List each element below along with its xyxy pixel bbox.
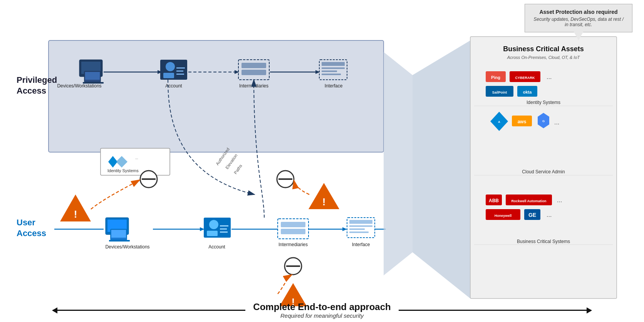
user-intermediaries-label: Intermediaries [278, 242, 308, 247]
user-devices-icon [106, 218, 130, 242]
callout-title: Asset Protection also required [531, 9, 626, 15]
asset-callout: Asset Protection also required Security … [525, 4, 632, 32]
cyberark-logo: CYBERARK [515, 76, 535, 80]
svg-rect-11 [176, 70, 183, 72]
svg-rect-10 [176, 67, 185, 69]
svg-rect-14 [242, 63, 266, 68]
rockwell-logo: Rockwell Automation [511, 199, 546, 203]
bottom-section: Complete End-to-end approach Required fo… [8, 300, 636, 319]
bottom-title: Complete End-to-end approach [253, 302, 391, 312]
callout-subtitle: Security updates, DevSecOps, data at res… [531, 17, 626, 27]
svg-rect-26 [111, 230, 126, 238]
svg-rect-31 [220, 225, 228, 226]
user-interface-icon [347, 218, 375, 238]
priv-devices-label: Devices/Workstations [57, 83, 101, 89]
svg-rect-38 [349, 225, 372, 227]
warn-mid-excl: ! [322, 196, 326, 208]
svg-rect-17 [322, 62, 345, 66]
perspective-right [413, 40, 470, 299]
svg-rect-12 [176, 74, 184, 75]
azure-logo-text: A [498, 120, 500, 124]
id-more: ... [547, 74, 552, 80]
warn-arrow-left [91, 180, 140, 209]
perspective-left [384, 52, 413, 275]
privileged-access-label2: Access [17, 86, 46, 96]
svg-rect-34 [281, 222, 305, 227]
bcs-section-label: Business Critical Systems [517, 239, 570, 244]
svg-rect-20 [322, 74, 341, 75]
user-interface-label: Interface [352, 242, 370, 247]
cloud-section-label: Cloud Service Admin [522, 169, 565, 174]
svg-rect-19 [322, 70, 337, 72]
bca-title-text: Business Critical Assets [503, 45, 584, 53]
main-container: Asset Protection also required Security … [0, 0, 644, 322]
user-access-label2: Access [17, 228, 46, 238]
svg-rect-9 [163, 73, 174, 78]
arrow-row: Complete End-to-end approach Required fo… [8, 302, 636, 319]
user-devices-label: Devices/Workstations [105, 244, 149, 250]
user-account-icon [204, 218, 231, 238]
sailpoint-logo: SailPoint [492, 91, 507, 94]
okta-logo: okta [523, 90, 532, 94]
warn-left-excl: ! [74, 208, 77, 220]
svg-rect-40 [349, 231, 369, 233]
svg-rect-39 [349, 228, 365, 230]
user-arrow4 [342, 227, 347, 231]
abb-logo: ABB [489, 198, 499, 203]
identity-label: Identity Systems [107, 168, 139, 173]
ge-logo: GE [528, 212, 536, 218]
identity-section-label: Identity Systems [527, 100, 560, 105]
svg-point-29 [209, 220, 218, 229]
bcs-more2: ... [547, 211, 552, 218]
left-arrow [53, 310, 245, 311]
diagram-svg: Privileged Access User Access Devices/Wo… [0, 29, 644, 306]
priv-account-icon [160, 60, 187, 80]
user-account-label: Account [208, 244, 225, 250]
svg-rect-33 [220, 231, 228, 233]
identity-dots: ... [135, 156, 138, 160]
cloud-more: ... [554, 119, 559, 126]
warn-arrow-mid [294, 180, 309, 195]
svg-rect-30 [207, 231, 218, 236]
ping-logo: Ping [491, 75, 500, 80]
elevation-label3: Paths [233, 163, 243, 175]
svg-rect-18 [322, 67, 345, 69]
aws-logo: aws [518, 119, 527, 124]
honeywell-logo: Honeywell [495, 214, 512, 218]
bottom-subtitle: Required for meaningful security [253, 312, 391, 319]
privileged-box [49, 40, 384, 152]
svg-point-8 [166, 62, 175, 71]
gcp-logo-text: G [542, 119, 545, 123]
right-arrow [399, 310, 591, 311]
svg-rect-5 [85, 72, 100, 80]
user-access-label: User [17, 218, 35, 227]
svg-rect-32 [220, 228, 227, 230]
bcs-more1: ... [557, 197, 562, 203]
privileged-access-label: Privileged [17, 75, 57, 85]
svg-rect-27 [109, 240, 130, 242]
svg-rect-37 [349, 220, 372, 224]
priv-interface-label: Interface [325, 83, 343, 89]
svg-rect-15 [242, 70, 266, 75]
bca-subtitle-text: Across On-Premises, Cloud, OT, & IoT [507, 55, 580, 60]
svg-rect-35 [281, 229, 305, 234]
